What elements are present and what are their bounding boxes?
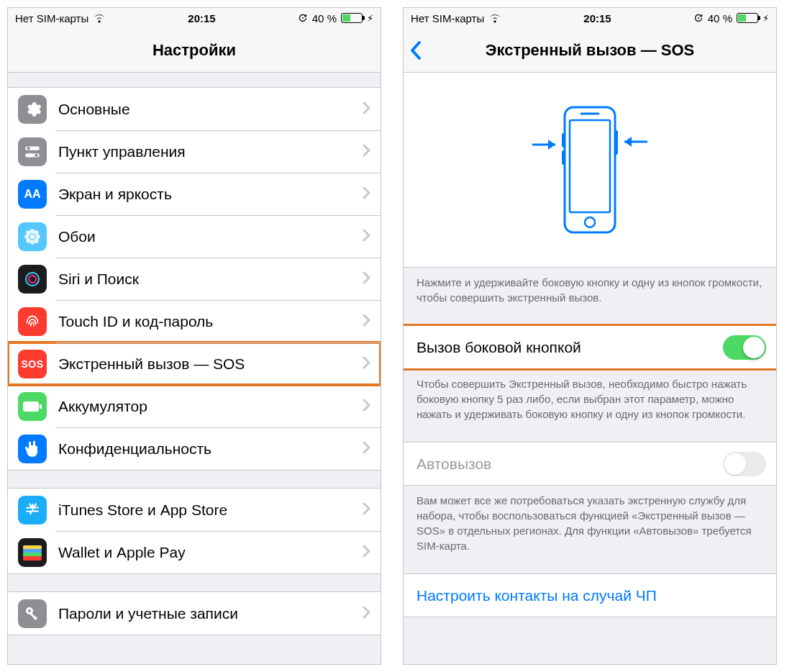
chevron-right-icon [362, 227, 370, 247]
svg-point-13 [34, 238, 38, 243]
privacy-icon [18, 435, 47, 463]
settings-row-touchid[interactable]: Touch ID и код-пароль [8, 300, 381, 342]
sos-icon: SOS [18, 350, 47, 378]
instruction-text-1: Нажмите и удерживайте боковую кнопку и о… [404, 268, 776, 308]
settings-row-control-center[interactable]: Пункт управления [8, 130, 381, 173]
row-label: Экран и яркость [58, 186, 356, 203]
row-label: Siri и Поиск [58, 271, 356, 288]
wallpaper-icon [18, 222, 47, 251]
wallet-icon [18, 538, 47, 567]
settings-row-wallet[interactable]: Wallet и Apple Pay [8, 531, 381, 573]
orientation-lock-icon [693, 13, 704, 23]
row-label: Wallet и Apple Pay [58, 544, 356, 561]
chevron-right-icon [362, 354, 370, 374]
chevron-right-icon [362, 269, 370, 289]
control-center-icon [18, 137, 47, 166]
chevron-right-icon [362, 99, 370, 119]
svg-point-12 [26, 238, 31, 243]
svg-point-24 [28, 609, 31, 612]
page-title: Экстренный вызов — SOS [486, 41, 694, 60]
setup-emergency-contacts-row[interactable]: Настроить контакты на случай ЧП [404, 574, 776, 617]
status-time: 20:15 [188, 12, 215, 24]
touchid-icon [18, 307, 47, 336]
row-label: Аккумулятор [58, 398, 356, 415]
svg-rect-22 [23, 556, 42, 560]
svg-rect-29 [570, 120, 610, 212]
page-title: Настройки [153, 41, 236, 60]
chevron-right-icon [362, 542, 370, 563]
side-button-call-toggle[interactable] [723, 335, 766, 360]
status-bar: Нет SIM-карты 20:15 40 % ⚡︎ [404, 8, 776, 28]
settings-row-passwords[interactable]: Пароли и учетные записи [8, 592, 381, 635]
toggle-label: Автовызов [417, 455, 723, 473]
chevron-right-icon [362, 439, 370, 459]
status-time: 20:15 [583, 12, 611, 24]
passwords-icon [18, 599, 47, 628]
settings-row-general[interactable]: Основные [8, 88, 381, 130]
chevron-right-icon [362, 142, 370, 162]
row-label: Обои [58, 228, 356, 245]
sos-illustration [404, 73, 776, 268]
link-label: Настроить контакты на случай ЧП [417, 587, 766, 604]
settings-row-privacy[interactable]: Конфиденциальность [8, 427, 381, 470]
settings-row-wallpaper[interactable]: Обои [8, 215, 381, 258]
settings-group: iTunes Store и App StoreWallet и Apple P… [8, 488, 381, 574]
wifi-icon [93, 14, 106, 23]
svg-rect-18 [40, 404, 42, 409]
settings-row-sos[interactable]: SOSЭкстренный вызов — SOS [8, 342, 381, 385]
svg-point-2 [27, 146, 29, 149]
svg-point-27 [698, 17, 699, 19]
battery-icon [341, 13, 363, 23]
nav-bar: Экстренный вызов — SOS [404, 28, 776, 73]
display-icon: AA [18, 180, 47, 209]
svg-rect-28 [565, 107, 615, 232]
svg-rect-17 [23, 401, 39, 412]
auto-call-toggle[interactable] [723, 452, 766, 476]
general-icon [18, 95, 47, 124]
row-label: Конфиденциальность [58, 440, 356, 458]
chevron-right-icon [362, 396, 370, 417]
svg-point-30 [585, 217, 595, 227]
side-button-call-toggle-row[interactable]: Вызов боковой кнопкой [404, 326, 776, 368]
orientation-lock-icon [298, 13, 308, 23]
svg-point-0 [302, 17, 304, 19]
sos-screen: Нет SIM-карты 20:15 40 % ⚡︎ Экстренный в… [403, 7, 777, 665]
auto-call-group: Автовызов [404, 442, 776, 486]
auto-call-toggle-row[interactable]: Автовызов [404, 442, 776, 485]
row-label: Основные [58, 101, 356, 118]
svg-point-5 [30, 234, 35, 239]
chevron-right-icon [362, 500, 370, 520]
side-button-call-row: Вызов боковой кнопкой [404, 325, 776, 369]
settings-screen: Нет SIM-карты 20:15 40 % ⚡︎ Настройки Ос… [7, 7, 381, 665]
siri-icon [18, 265, 47, 294]
chevron-right-icon [362, 184, 370, 204]
wifi-icon [488, 14, 501, 23]
svg-point-10 [26, 230, 31, 235]
battery-percent: 40 % [708, 12, 732, 24]
carrier-text: Нет SIM-карты [15, 12, 88, 24]
row-label: iTunes Store и App Store [58, 501, 356, 519]
settings-group: ОсновныеПункт управленияAAЭкран и яркост… [8, 87, 381, 471]
row-label: Пароли и учетные записи [58, 605, 356, 622]
row-label: Экстренный вызов — SOS [58, 355, 356, 373]
settings-row-siri[interactable]: Siri и Поиск [8, 258, 381, 300]
settings-row-display[interactable]: AAЭкран и яркость [8, 173, 381, 215]
charging-icon: ⚡︎ [763, 13, 769, 24]
emergency-contacts-group: Настроить контакты на случай ЧП [404, 573, 776, 617]
charging-icon: ⚡︎ [367, 13, 373, 24]
settings-group: Пароли и учетные записи [8, 591, 381, 635]
battery-percent: 40 % [312, 12, 337, 24]
status-bar: Нет SIM-карты 20:15 40 % ⚡︎ [8, 8, 381, 28]
row-label: Пункт управления [58, 143, 356, 160]
instruction-text-2: Чтобы совершить Экстренный вызов, необхо… [404, 369, 776, 424]
svg-point-11 [34, 230, 38, 235]
battery-icon [18, 392, 47, 421]
carrier-text: Нет SIM-карты [411, 12, 484, 24]
settings-row-battery[interactable]: Аккумулятор [8, 385, 381, 427]
chevron-right-icon [362, 312, 370, 332]
settings-row-itunes[interactable]: iTunes Store и App Store [8, 489, 381, 531]
itunes-icon [18, 496, 47, 525]
chevron-right-icon [362, 604, 370, 624]
toggle-label: Вызов боковой кнопкой [417, 339, 723, 356]
back-button[interactable] [409, 28, 422, 72]
